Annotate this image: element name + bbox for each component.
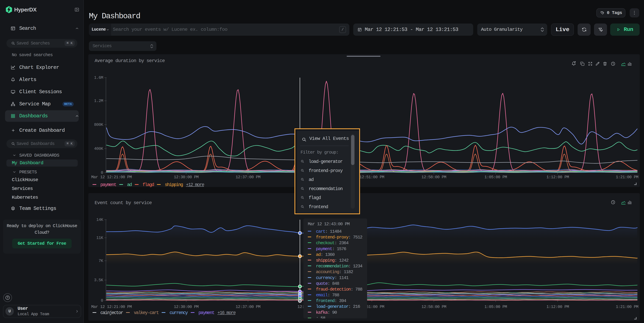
svg-text:12:37:00 PM: 12:37:00 PM xyxy=(236,175,260,179)
svg-text:1.6M: 1.6M xyxy=(94,75,103,80)
svg-text:0: 0 xyxy=(101,170,103,175)
svg-text:14K: 14K xyxy=(96,217,104,222)
svg-text:7K: 7K xyxy=(98,258,103,263)
svg-text:1:12:00 PM: 1:12:00 PM xyxy=(546,175,569,179)
svg-text:3.5K: 3.5K xyxy=(94,278,104,282)
svg-text:Mar 12 12:21:00 PM: Mar 12 12:21:00 PM xyxy=(91,304,132,309)
svg-text:12:51:00 PM: 12:51:00 PM xyxy=(360,175,384,179)
svg-text:1:12:00 PM: 1:12:00 PM xyxy=(546,304,569,309)
svg-text:Mar 12 12:21:00 PM: Mar 12 12:21:00 PM xyxy=(91,175,132,179)
svg-text:1:05:00 PM: 1:05:00 PM xyxy=(484,304,507,309)
svg-text:12:58:00 PM: 12:58:00 PM xyxy=(422,175,446,179)
svg-text:12:30:00 PM: 12:30:00 PM xyxy=(174,304,198,309)
svg-text:0: 0 xyxy=(101,298,103,303)
svg-text:1:21:00 PM: 1:21:00 PM xyxy=(616,304,638,309)
svg-text:1:05:00 PM: 1:05:00 PM xyxy=(484,175,507,179)
svg-text:12:58:00 PM: 12:58:00 PM xyxy=(422,304,446,309)
svg-text:1.2M: 1.2M xyxy=(94,99,103,103)
svg-text:11K: 11K xyxy=(96,236,104,240)
svg-text:400K: 400K xyxy=(94,146,104,151)
svg-text:800K: 800K xyxy=(94,122,104,127)
svg-text:12:30:00 PM: 12:30:00 PM xyxy=(174,175,198,179)
svg-text:12:37:00 PM: 12:37:00 PM xyxy=(236,304,260,309)
svg-text:1:21:00 PM: 1:21:00 PM xyxy=(616,175,638,179)
